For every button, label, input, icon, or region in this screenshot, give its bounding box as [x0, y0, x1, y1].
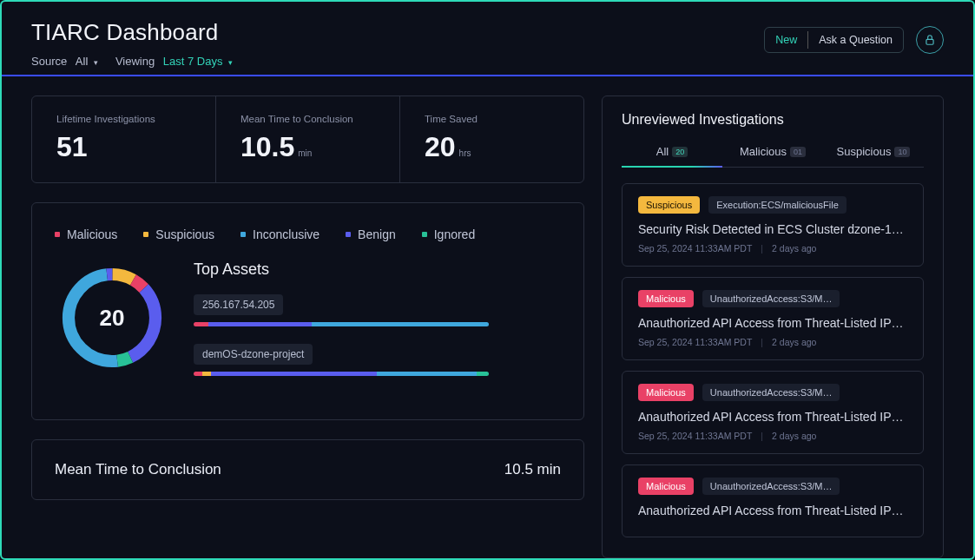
source-filter[interactable]: Source All ▾: [31, 55, 98, 68]
stat-value: 10.5min: [240, 131, 375, 163]
investigation-title: Anauthorized API Access from Threat-List…: [638, 316, 907, 330]
source-label: Source: [31, 55, 67, 68]
tab-label: Malicious: [740, 145, 787, 158]
mtt-title: Mean Time to Conclusion: [55, 461, 221, 478]
type-tag: Execution:ECS/maliciousFile: [708, 196, 847, 214]
tab-count: 20: [672, 147, 688, 157]
tabs: All20Malicious01Suspicious10: [622, 142, 924, 168]
severity-tag: Malicious: [638, 290, 694, 307]
meta-separator: |: [761, 337, 763, 347]
investigation-date: Sep 25, 2024 11:33AM PDT: [638, 431, 752, 441]
stat-value: 20hrs: [425, 131, 559, 163]
stat-label: Time Saved: [425, 114, 559, 124]
tab-label: Suspicious: [837, 145, 892, 158]
investigation-title: Security Risk Detected in ECS Cluster dz…: [638, 222, 907, 236]
investigation-ago: 2 days ago: [772, 431, 816, 441]
investigation-ago: 2 days ago: [772, 243, 816, 254]
mean-time-card[interactable]: Mean Time to Conclusion 10.5 min: [31, 439, 584, 500]
tab-count: 10: [894, 147, 910, 157]
viewing-value: Last 7 Days: [163, 55, 223, 68]
investigation-item[interactable]: Malicious UnauthorizedAccess:S3/M… Anaut…: [622, 371, 924, 454]
stat-lifetime: Lifetime Investigations 51: [32, 96, 216, 182]
page-title: TIARC Dashboard: [31, 19, 233, 46]
investigation-item[interactable]: Malicious UnauthorizedAccess:S3/M… Anaut…: [622, 277, 924, 360]
stat-time-saved: Time Saved 20hrs: [400, 96, 583, 182]
source-value: All: [76, 55, 88, 68]
meta-separator: |: [761, 243, 763, 254]
legend-label: Suspicious: [155, 227, 214, 241]
bar-segment: [202, 372, 211, 376]
header: TIARC Dashboard Source All ▾ Viewing Las…: [2, 2, 973, 76]
bar-segment: [477, 372, 489, 376]
new-button[interactable]: New: [765, 28, 807, 52]
investigation-date: Sep 25, 2024 11:33AM PDT: [638, 243, 752, 254]
tab-count: 01: [790, 147, 806, 157]
legend-dot: [240, 232, 246, 237]
investigation-meta: Sep 25, 2024 11:33AM PDT | 2 days ago: [638, 431, 907, 441]
donut-chart: 20: [55, 260, 169, 375]
stat-mean-time: Mean Time to Conclusion 10.5min: [216, 96, 400, 182]
investigations-panel: Unreviewed Investigations All20Malicious…: [602, 96, 944, 558]
stat-value: 51: [56, 131, 191, 163]
top-assets-title: Top Assets: [194, 260, 561, 279]
investigation-ago: 2 days ago: [772, 337, 816, 347]
legend-item[interactable]: Suspicious: [143, 227, 214, 241]
legend-item[interactable]: Benign: [346, 227, 396, 241]
chevron-down-icon: ▾: [228, 58, 233, 67]
bar-segment: [208, 322, 312, 326]
legend-label: Malicious: [67, 227, 117, 241]
legend-label: Inconclusive: [253, 227, 320, 241]
classification-card: MaliciousSuspiciousInconclusiveBenignIgn…: [31, 202, 584, 420]
tab-label: All: [656, 145, 669, 158]
investigation-date: Sep 25, 2024 11:33AM PDT: [638, 337, 752, 347]
header-pill: New Ask a Question: [764, 27, 904, 53]
legend-dot: [422, 232, 427, 237]
panel-title: Unreviewed Investigations: [622, 112, 924, 128]
meta-separator: |: [761, 431, 763, 441]
legend-label: Benign: [358, 227, 396, 241]
viewing-filter[interactable]: Viewing Last 7 Days ▾: [115, 55, 233, 68]
type-tag: UnauthorizedAccess:S3/M…: [702, 290, 840, 307]
legend-dot: [346, 232, 351, 237]
investigation-item[interactable]: Malicious UnauthorizedAccess:S3/M… Anaut…: [622, 464, 924, 537]
severity-tag: Suspicious: [638, 196, 700, 214]
asset-item[interactable]: demOS-dzone-project: [194, 344, 561, 376]
severity-tag: Malicious: [638, 478, 694, 495]
severity-tag: Malicious: [638, 384, 694, 401]
tab-malicious[interactable]: Malicious01: [722, 142, 823, 167]
investigation-title: Anauthorized API Access from Threat-List…: [638, 410, 907, 424]
stats-card: Lifetime Investigations 51 Mean Time to …: [31, 96, 584, 183]
type-tag: UnauthorizedAccess:S3/M…: [702, 384, 840, 401]
lock-icon: [924, 34, 936, 46]
bar-segment: [194, 322, 208, 326]
ask-question-button[interactable]: Ask a Question: [808, 28, 903, 52]
legend-dot: [55, 232, 60, 237]
investigation-meta: Sep 25, 2024 11:33AM PDT | 2 days ago: [638, 243, 907, 254]
asset-item[interactable]: 256.167.54.205: [194, 294, 561, 326]
mtt-value: 10.5 min: [504, 461, 561, 478]
legend-item[interactable]: Ignored: [422, 227, 475, 241]
asset-bar: [194, 372, 489, 376]
legend-item[interactable]: Inconclusive: [240, 227, 320, 241]
legend: MaliciousSuspiciousInconclusiveBenignIgn…: [55, 227, 561, 241]
stat-label: Lifetime Investigations: [56, 114, 191, 124]
donut-center-value: 20: [55, 260, 169, 375]
investigation-meta: Sep 25, 2024 11:33AM PDT | 2 days ago: [638, 337, 907, 347]
tab-all[interactable]: All20: [622, 142, 722, 167]
legend-label: Ignored: [434, 227, 475, 241]
svg-rect-0: [926, 39, 933, 44]
asset-label: demOS-dzone-project: [194, 344, 313, 365]
legend-item[interactable]: Malicious: [55, 227, 117, 241]
investigation-item[interactable]: Suspicious Execution:ECS/maliciousFile S…: [622, 183, 924, 267]
lock-button[interactable]: [916, 26, 944, 54]
stat-label: Mean Time to Conclusion: [240, 114, 375, 124]
bar-segment: [194, 372, 202, 376]
asset-bar: [194, 322, 489, 326]
tab-suspicious[interactable]: Suspicious10: [823, 142, 924, 167]
investigation-title: Anauthorized API Access from Threat-List…: [638, 504, 907, 517]
viewing-label: Viewing: [115, 55, 155, 68]
chevron-down-icon: ▾: [94, 58, 98, 67]
bar-segment: [211, 372, 376, 376]
type-tag: UnauthorizedAccess:S3/M…: [702, 478, 840, 495]
legend-dot: [143, 232, 148, 237]
